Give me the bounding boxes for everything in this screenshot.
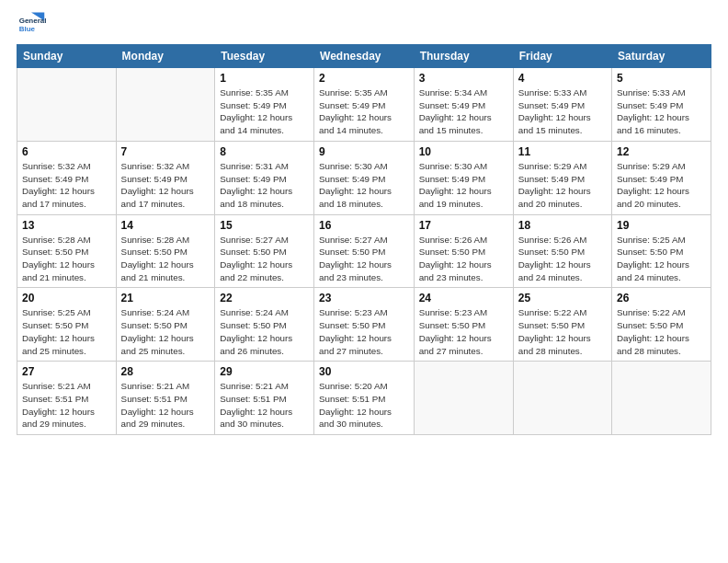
day-number: 29	[220, 365, 309, 378]
day-cell: 6Sunrise: 5:32 AMSunset: 5:49 PMDaylight…	[17, 141, 117, 214]
day-info: Sunrise: 5:23 AMSunset: 5:50 PMDaylight:…	[319, 306, 409, 357]
day-cell: 4Sunrise: 5:33 AMSunset: 5:49 PMDaylight…	[513, 68, 611, 142]
day-cell: 9Sunrise: 5:30 AMSunset: 5:49 PMDaylight…	[314, 141, 415, 214]
week-row-4: 20Sunrise: 5:25 AMSunset: 5:50 PMDayligh…	[17, 288, 711, 362]
day-number: 21	[121, 292, 210, 304]
day-cell: 16Sunrise: 5:27 AMSunset: 5:50 PMDayligh…	[314, 214, 415, 288]
day-cell: 1Sunrise: 5:35 AMSunset: 5:49 PMDaylight…	[215, 68, 314, 142]
day-cell: 24Sunrise: 5:23 AMSunset: 5:50 PMDayligh…	[414, 288, 513, 362]
day-number: 17	[419, 219, 508, 232]
day-info: Sunrise: 5:32 AMSunset: 5:49 PMDaylight:…	[22, 160, 111, 211]
day-cell: 26Sunrise: 5:22 AMSunset: 5:50 PMDayligh…	[612, 288, 711, 362]
day-cell: 27Sunrise: 5:21 AMSunset: 5:51 PMDayligh…	[17, 362, 117, 435]
day-info: Sunrise: 5:31 AMSunset: 5:49 PMDaylight:…	[220, 160, 309, 211]
day-number: 16	[319, 219, 409, 232]
day-cell: 12Sunrise: 5:29 AMSunset: 5:49 PMDayligh…	[612, 141, 711, 214]
day-cell: 11Sunrise: 5:29 AMSunset: 5:49 PMDayligh…	[513, 141, 611, 214]
day-info: Sunrise: 5:25 AMSunset: 5:50 PMDaylight:…	[22, 306, 111, 357]
day-cell	[612, 362, 711, 435]
day-number: 7	[121, 145, 210, 158]
day-info: Sunrise: 5:29 AMSunset: 5:49 PMDaylight:…	[518, 160, 607, 211]
day-number: 8	[220, 145, 309, 158]
logo: General Blue	[17, 9, 46, 39]
day-info: Sunrise: 5:35 AMSunset: 5:49 PMDaylight:…	[319, 86, 409, 137]
day-cell	[513, 362, 611, 435]
week-row-5: 27Sunrise: 5:21 AMSunset: 5:51 PMDayligh…	[17, 362, 711, 435]
day-cell: 30Sunrise: 5:20 AMSunset: 5:51 PMDayligh…	[314, 362, 415, 435]
page: General Blue SundayMondayTuesdayWednesda…	[0, 0, 728, 563]
day-cell: 21Sunrise: 5:24 AMSunset: 5:50 PMDayligh…	[116, 288, 215, 362]
day-number: 14	[121, 219, 210, 232]
column-header-sunday: Sunday	[17, 45, 117, 68]
day-info: Sunrise: 5:21 AMSunset: 5:51 PMDaylight:…	[220, 380, 309, 431]
calendar-table: SundayMondayTuesdayWednesdayThursdayFrid…	[17, 44, 711, 435]
day-cell	[17, 68, 117, 142]
day-cell: 14Sunrise: 5:28 AMSunset: 5:50 PMDayligh…	[116, 214, 215, 288]
day-cell: 8Sunrise: 5:31 AMSunset: 5:49 PMDaylight…	[215, 141, 314, 214]
column-header-wednesday: Wednesday	[314, 45, 415, 68]
day-info: Sunrise: 5:24 AMSunset: 5:50 PMDaylight:…	[220, 306, 309, 357]
column-header-saturday: Saturday	[612, 45, 711, 68]
day-number: 2	[319, 72, 409, 85]
day-cell: 5Sunrise: 5:33 AMSunset: 5:49 PMDaylight…	[612, 68, 711, 142]
day-info: Sunrise: 5:34 AMSunset: 5:49 PMDaylight:…	[419, 86, 508, 137]
day-cell: 3Sunrise: 5:34 AMSunset: 5:49 PMDaylight…	[414, 68, 513, 142]
day-info: Sunrise: 5:33 AMSunset: 5:49 PMDaylight:…	[518, 86, 607, 137]
column-header-monday: Monday	[116, 45, 215, 68]
day-number: 18	[518, 219, 607, 232]
day-cell: 22Sunrise: 5:24 AMSunset: 5:50 PMDayligh…	[215, 288, 314, 362]
week-row-1: 1Sunrise: 5:35 AMSunset: 5:49 PMDaylight…	[17, 68, 711, 142]
day-cell: 10Sunrise: 5:30 AMSunset: 5:49 PMDayligh…	[414, 141, 513, 214]
day-info: Sunrise: 5:20 AMSunset: 5:51 PMDaylight:…	[319, 380, 409, 431]
day-info: Sunrise: 5:25 AMSunset: 5:50 PMDaylight:…	[617, 234, 706, 284]
day-number: 1	[220, 72, 309, 85]
day-cell: 19Sunrise: 5:25 AMSunset: 5:50 PMDayligh…	[612, 214, 711, 288]
day-info: Sunrise: 5:33 AMSunset: 5:49 PMDaylight:…	[617, 86, 706, 137]
column-header-tuesday: Tuesday	[215, 45, 314, 68]
day-cell: 2Sunrise: 5:35 AMSunset: 5:49 PMDaylight…	[314, 68, 415, 142]
day-number: 15	[220, 219, 309, 232]
column-header-thursday: Thursday	[414, 45, 513, 68]
day-cell: 25Sunrise: 5:22 AMSunset: 5:50 PMDayligh…	[513, 288, 611, 362]
day-number: 6	[22, 145, 111, 158]
day-info: Sunrise: 5:30 AMSunset: 5:49 PMDaylight:…	[319, 160, 409, 211]
day-number: 19	[617, 219, 706, 232]
svg-text:General: General	[19, 17, 46, 25]
day-info: Sunrise: 5:21 AMSunset: 5:51 PMDaylight:…	[121, 380, 210, 431]
day-cell: 7Sunrise: 5:32 AMSunset: 5:49 PMDaylight…	[116, 141, 215, 214]
header: General Blue	[17, 9, 711, 39]
week-row-2: 6Sunrise: 5:32 AMSunset: 5:49 PMDaylight…	[17, 141, 711, 214]
day-number: 11	[518, 145, 607, 158]
day-number: 22	[220, 292, 309, 304]
day-info: Sunrise: 5:23 AMSunset: 5:50 PMDaylight:…	[419, 306, 508, 357]
day-number: 27	[22, 365, 111, 378]
day-number: 20	[22, 292, 111, 304]
calendar-header-row: SundayMondayTuesdayWednesdayThursdayFrid…	[17, 45, 711, 68]
day-cell: 28Sunrise: 5:21 AMSunset: 5:51 PMDayligh…	[116, 362, 215, 435]
column-header-friday: Friday	[513, 45, 611, 68]
week-row-3: 13Sunrise: 5:28 AMSunset: 5:50 PMDayligh…	[17, 214, 711, 288]
day-number: 5	[617, 72, 706, 85]
day-info: Sunrise: 5:27 AMSunset: 5:50 PMDaylight:…	[319, 234, 409, 284]
day-number: 12	[617, 145, 706, 158]
day-cell: 20Sunrise: 5:25 AMSunset: 5:50 PMDayligh…	[17, 288, 117, 362]
day-info: Sunrise: 5:30 AMSunset: 5:49 PMDaylight:…	[419, 160, 508, 211]
day-info: Sunrise: 5:29 AMSunset: 5:49 PMDaylight:…	[617, 160, 706, 211]
day-cell: 17Sunrise: 5:26 AMSunset: 5:50 PMDayligh…	[414, 214, 513, 288]
day-info: Sunrise: 5:24 AMSunset: 5:50 PMDaylight:…	[121, 306, 210, 357]
day-number: 30	[319, 365, 409, 378]
day-info: Sunrise: 5:22 AMSunset: 5:50 PMDaylight:…	[518, 306, 607, 357]
day-info: Sunrise: 5:35 AMSunset: 5:49 PMDaylight:…	[220, 86, 309, 137]
day-info: Sunrise: 5:32 AMSunset: 5:49 PMDaylight:…	[121, 160, 210, 211]
day-info: Sunrise: 5:26 AMSunset: 5:50 PMDaylight:…	[419, 234, 508, 284]
day-cell: 29Sunrise: 5:21 AMSunset: 5:51 PMDayligh…	[215, 362, 314, 435]
day-number: 4	[518, 72, 607, 85]
day-info: Sunrise: 5:22 AMSunset: 5:50 PMDaylight:…	[617, 306, 706, 357]
day-cell: 15Sunrise: 5:27 AMSunset: 5:50 PMDayligh…	[215, 214, 314, 288]
day-number: 9	[319, 145, 409, 158]
day-cell: 13Sunrise: 5:28 AMSunset: 5:50 PMDayligh…	[17, 214, 117, 288]
day-info: Sunrise: 5:26 AMSunset: 5:50 PMDaylight:…	[518, 234, 607, 284]
day-info: Sunrise: 5:21 AMSunset: 5:51 PMDaylight:…	[22, 380, 111, 431]
day-info: Sunrise: 5:28 AMSunset: 5:50 PMDaylight:…	[22, 234, 111, 284]
day-number: 3	[419, 72, 508, 85]
